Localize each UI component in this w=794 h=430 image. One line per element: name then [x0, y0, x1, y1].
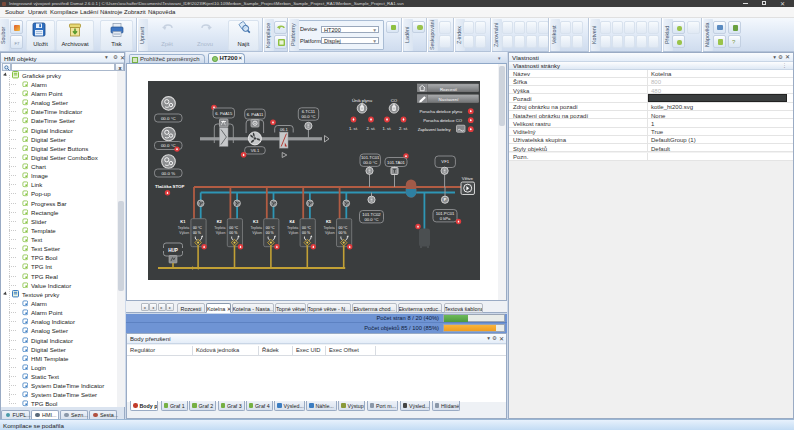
svg-text:00.0 °C: 00.0 °C [301, 114, 315, 119]
svg-text:2. st.: 2. st. [367, 126, 376, 131]
svg-text:1. st.: 1. st. [349, 126, 358, 131]
svg-text:Teplota: Teplota [178, 226, 189, 230]
svg-text:Výkon: Výkon [289, 231, 299, 235]
svg-text:00 °C: 00 °C [266, 226, 275, 230]
svg-text:Porucha detekce plynu: Porucha detekce plynu [419, 109, 462, 114]
svg-text:00 °C: 00 °C [302, 226, 311, 230]
svg-text:00 %: 00 % [302, 231, 310, 235]
svg-text:0 kPa: 0 kPa [440, 216, 451, 221]
svg-text:HUP: HUP [168, 248, 178, 253]
svg-text:Výkon: Výkon [325, 231, 335, 235]
svg-text:00 %: 00 % [193, 231, 201, 235]
svg-text:Únik plynu: Únik plynu [352, 98, 373, 103]
svg-text:Tlačítka STOP: Tlačítka STOP [155, 184, 185, 189]
svg-text:00.0 %: 00.0 % [161, 171, 175, 176]
svg-text:00.0 °C: 00.0 °C [364, 217, 378, 222]
svg-text:00.0 °C: 00.0 °C [363, 160, 377, 165]
svg-text:K1: K1 [180, 219, 186, 224]
svg-text:Rozcestí: Rozcestí [440, 87, 458, 92]
svg-text:00 %: 00 % [339, 231, 347, 235]
svg-text:00 °C: 00 °C [193, 226, 202, 230]
svg-text:101.TA01: 101.TA01 [387, 160, 406, 165]
svg-text:K2: K2 [217, 219, 223, 224]
svg-text:00 °C: 00 °C [229, 226, 238, 230]
svg-text:1. st.: 1. st. [383, 126, 392, 131]
svg-text:Výkon: Výkon [216, 231, 226, 235]
svg-text:V6.1: V6.1 [251, 148, 260, 153]
svg-text:K4: K4 [289, 219, 295, 224]
svg-text:CO: CO [391, 98, 398, 103]
svg-text:6. PdA15: 6. PdA15 [215, 111, 233, 116]
svg-text:Teplota: Teplota [251, 226, 262, 230]
svg-text:2. st.: 2. st. [399, 126, 408, 131]
svg-text:00 %: 00 % [266, 231, 274, 235]
svg-text:K5: K5 [326, 219, 332, 224]
svg-text:06.1: 06.1 [280, 127, 289, 132]
svg-text:Výkon: Výkon [252, 231, 262, 235]
svg-text:00 %: 00 % [229, 231, 237, 235]
svg-text:Teplota: Teplota [323, 226, 334, 230]
svg-text:Porucha detekce CO: Porucha detekce CO [423, 118, 463, 123]
svg-text:Teplota: Teplota [287, 226, 298, 230]
svg-text:6. PdA11: 6. PdA11 [247, 112, 264, 117]
svg-text:Výkon: Výkon [179, 231, 189, 235]
svg-text:Větve: Větve [462, 176, 474, 181]
svg-text:00.0 °C: 00.0 °C [161, 143, 176, 148]
svg-text:00.0 °C: 00.0 °C [161, 116, 176, 121]
svg-text:K3: K3 [253, 219, 259, 224]
svg-text:Zaplavení kotelny: Zaplavení kotelny [418, 127, 452, 132]
svg-text:00 °C: 00 °C [339, 226, 348, 230]
svg-text:Teplota: Teplota [214, 226, 225, 230]
svg-text:VF1: VF1 [441, 159, 449, 164]
svg-text:Nastavení: Nastavení [439, 97, 460, 102]
